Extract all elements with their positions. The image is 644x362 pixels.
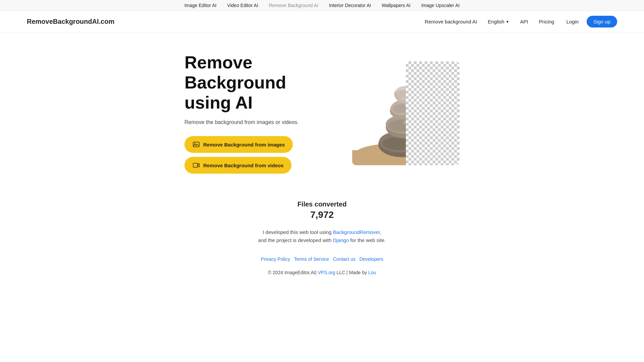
nav-pricing[interactable]: Pricing <box>535 16 558 27</box>
contact-link[interactable]: Contact us <box>333 256 356 262</box>
svg-rect-10 <box>406 61 460 165</box>
nav-right: Remove background AI English ▼ API Prici… <box>421 16 617 27</box>
django-link[interactable]: Django <box>333 237 349 243</box>
svg-point-20 <box>403 119 415 126</box>
chevron-down-icon: ▼ <box>505 20 509 24</box>
hero-buttons: Remove Background from images Remove Bac… <box>184 136 325 174</box>
svg-point-27 <box>395 90 411 98</box>
topbar-link-upscaler[interactable]: Image Upscaler AI <box>421 3 460 8</box>
author-link[interactable]: Lou <box>368 270 376 275</box>
stats-number: 7,972 <box>0 209 644 220</box>
btn-remove-bg-images[interactable]: Remove Background from images <box>184 136 293 153</box>
topbar-link-image-editor[interactable]: Image Editor AI <box>184 3 217 8</box>
image-icon <box>193 141 200 148</box>
hero-subtitle: Remove the background from images or vid… <box>184 119 325 125</box>
svg-rect-2 <box>193 163 198 167</box>
login-button[interactable]: Login <box>561 16 584 27</box>
svg-point-1 <box>195 143 196 144</box>
footer-links: Privacy Policy Terms of Service Contact … <box>0 251 644 267</box>
topbar-link-wallpapers[interactable]: Wallpapers AI <box>382 3 411 8</box>
svg-point-24 <box>405 102 415 108</box>
topbar-link-remove-bg[interactable]: Remove Background AI <box>269 3 318 8</box>
top-bar: Image Editor AI Video Editor AI Remove B… <box>0 0 644 11</box>
vps-link[interactable]: VPS.org <box>318 270 335 275</box>
nav-api[interactable]: API <box>516 16 532 27</box>
video-icon <box>193 162 200 169</box>
background-remover-link[interactable]: BackgroundRemover <box>333 229 380 235</box>
hero-section: Remove Background using AI Remove the ba… <box>121 33 523 187</box>
stats-label: Files converted <box>0 200 644 208</box>
developers-link[interactable]: Developers <box>360 256 383 262</box>
topbar-link-interior[interactable]: Interior Decorator AI <box>329 3 371 8</box>
terms-link[interactable]: Terms of Service <box>294 256 329 262</box>
hero-text: Remove Background using AI Remove the ba… <box>184 53 325 174</box>
svg-point-16 <box>382 137 416 150</box>
svg-rect-11 <box>406 61 460 165</box>
nav-language[interactable]: English ▼ <box>484 16 513 27</box>
privacy-policy-link[interactable]: Privacy Policy <box>261 256 290 262</box>
btn-remove-bg-videos[interactable]: Remove Background from videos <box>184 157 291 174</box>
signup-button[interactable]: Sign up <box>587 16 617 27</box>
hero-image <box>352 61 460 165</box>
topbar-link-video-editor[interactable]: Video Editor AI <box>227 3 258 8</box>
main-nav: RemoveBackgroundAI.com Remove background… <box>0 11 644 33</box>
hero-title: Remove Background using AI <box>184 53 325 113</box>
footer-copy: © 2024 ImageEditor.AI| VPS.org LLC | Mad… <box>0 267 644 289</box>
svg-rect-0 <box>193 142 199 147</box>
svg-point-28 <box>407 89 415 93</box>
stats-desc: I developed this web tool using Backgrou… <box>0 228 644 244</box>
nav-remove-bg[interactable]: Remove background AI <box>421 16 481 27</box>
stats-section: Files converted 7,972 I developed this w… <box>0 187 644 251</box>
site-logo[interactable]: RemoveBackgroundAI.com <box>27 18 114 25</box>
svg-rect-8 <box>406 61 460 165</box>
svg-point-19 <box>388 120 414 132</box>
